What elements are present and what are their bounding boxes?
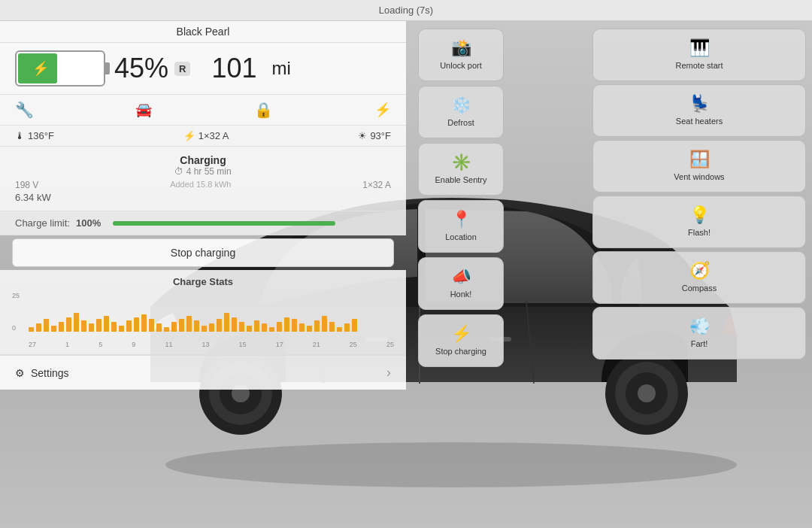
charge-limit-bar-container <box>113 218 391 229</box>
chart-bar <box>224 313 229 332</box>
range-unit: mi <box>272 58 291 79</box>
chart-bar <box>322 316 327 332</box>
charge-amps-item: ⚡ 1×32 A <box>183 130 229 141</box>
defrost-button[interactable]: ❄️ Defrost <box>418 86 504 138</box>
bolt-icon: ⚡ <box>32 60 49 77</box>
chart-bar <box>111 322 117 332</box>
chart-bar <box>149 319 154 332</box>
chart-bar <box>314 320 320 332</box>
chart-bar <box>134 317 139 332</box>
honk-button[interactable]: 📣 Honk! <box>418 257 504 310</box>
enable-sentry-button[interactable]: ✳️ Enable Sentry <box>418 143 504 196</box>
chart-bar <box>247 326 252 332</box>
chart-bar <box>269 327 274 332</box>
chart-bar <box>29 327 34 332</box>
range-value: 101 <box>211 53 256 84</box>
chart-bar <box>104 316 109 332</box>
location-icon: 📍 <box>451 210 471 229</box>
outside-temp: 93°F <box>370 130 391 141</box>
alert-icon: ⚡ <box>374 102 391 118</box>
outside-temp-item: ☀ 93°F <box>358 130 391 141</box>
chart-bar <box>74 313 79 332</box>
chart-bar <box>239 322 244 332</box>
added-kwh: Added 15.8 kWh <box>170 180 231 190</box>
chart-bar <box>36 323 41 332</box>
battery-terminal <box>105 62 110 74</box>
vent-windows-icon: 🪟 <box>689 150 710 169</box>
settings-chevron: › <box>386 365 391 381</box>
chart-y-25: 25 <box>12 292 27 299</box>
location-label: Location <box>445 232 477 242</box>
sentry-icon: ✳️ <box>451 153 471 172</box>
top-bar: Loading (7s) <box>0 0 812 21</box>
remote-start-label: Remote start <box>676 61 723 71</box>
compass-button[interactable]: 🧭 Compass <box>592 251 806 304</box>
chart-bar <box>126 320 132 332</box>
chart-bar <box>119 326 124 332</box>
charge-limit-row: Charge limit: 100% <box>0 211 406 235</box>
chart-bar <box>201 326 207 332</box>
right-panel: 🎹 Remote start 💺 Seat heaters 🪟 Vent win… <box>586 21 812 528</box>
car-name: Black Pearl <box>177 26 230 38</box>
stop-charging-main-button[interactable]: Stop charging <box>12 238 394 267</box>
status-icons-row: 🔧 🚘 🔒 ⚡ <box>0 95 406 126</box>
fart-button[interactable]: 💨 Fart! <box>592 307 806 360</box>
location-button[interactable]: 📍 Location <box>418 200 504 253</box>
charge-amps: 1×32 A <box>198 130 229 141</box>
chart-bar <box>299 323 304 332</box>
chart-bar <box>194 320 199 332</box>
stop-charging-icon: ⚡ <box>451 324 471 344</box>
chart-x-labels: 27 1 5 9 11 13 15 17 21 25 25 <box>29 341 394 348</box>
seat-heaters-icon: 💺 <box>689 94 710 114</box>
charge-limit-fill <box>113 221 335 226</box>
chart-container: 25 0 <box>12 292 394 341</box>
unlock-port-label: Unlock port <box>440 61 482 71</box>
chart-bar <box>352 319 357 332</box>
chart-bar <box>164 327 169 332</box>
chart-bar <box>59 322 64 332</box>
unlock-port-button[interactable]: 📸 Unlock port <box>418 29 504 81</box>
remote-start-button[interactable]: 🎹 Remote start <box>592 29 806 81</box>
seat-heaters-button[interactable]: 💺 Seat heaters <box>592 84 806 137</box>
stop-charging-left-button[interactable]: ⚡ Stop charging <box>418 314 504 367</box>
charging-time: ⏱ 4 hr 55 min <box>15 166 391 177</box>
left-quick-buttons: 📸 Unlock port ❄️ Defrost ✳️ Enable Sentr… <box>412 21 510 528</box>
fart-icon: 💨 <box>689 317 710 336</box>
charging-info: Charging ⏱ 4 hr 55 min 198 V Added 15.8 … <box>0 147 406 211</box>
chart-y-0: 0 <box>12 324 27 332</box>
settings-icon: ⚙ <box>15 367 25 379</box>
seat-heaters-label: Seat heaters <box>676 117 723 126</box>
settings-row[interactable]: ⚙ Settings › <box>0 355 406 390</box>
charge-amps-detail: 1×32 A <box>362 180 391 190</box>
range-badge: R <box>174 62 190 76</box>
chart-bar <box>277 322 282 332</box>
car-temp-item: 🌡 136°F <box>15 130 54 141</box>
chart-bar <box>141 314 147 332</box>
chart-bar <box>254 320 259 332</box>
chart-bar <box>337 327 342 332</box>
chart-bar <box>156 323 162 332</box>
time-icon: ⏱ <box>174 166 183 177</box>
chart-bar <box>81 320 86 332</box>
chart-bar <box>66 317 71 332</box>
charge-limit-value: 100% <box>76 217 101 229</box>
car-name-header: Black Pearl <box>0 21 406 43</box>
chart-bar <box>307 326 312 332</box>
battery-row: ⚡ 45% R 101 mi <box>0 43 406 95</box>
stop-charging-label: Stop charging <box>435 347 486 357</box>
chart-bar <box>179 319 184 332</box>
chart-bar <box>344 323 350 332</box>
charge-limit-bar <box>113 221 391 226</box>
flash-label: Flash! <box>688 228 710 238</box>
charge-icon: ⚡ <box>183 130 195 141</box>
chart-bar <box>44 319 49 332</box>
car-icon: 🚘 <box>135 102 152 118</box>
settings-label: Settings <box>31 367 69 379</box>
car-temp-icon: 🌡 <box>15 130 25 141</box>
flash-button[interactable]: 💡 Flash! <box>592 196 806 248</box>
honk-icon: 📣 <box>451 267 471 287</box>
left-panel: Black Pearl ⚡ 45% R 101 mi 🔧 🚘 🔒 ⚡ <box>0 21 406 528</box>
chart-bars <box>29 292 394 341</box>
charge-stats-section: Charge Stats 25 0 27 1 5 9 11 13 15 17 2… <box>0 270 406 355</box>
vent-windows-button[interactable]: 🪟 Vent windows <box>592 140 806 193</box>
